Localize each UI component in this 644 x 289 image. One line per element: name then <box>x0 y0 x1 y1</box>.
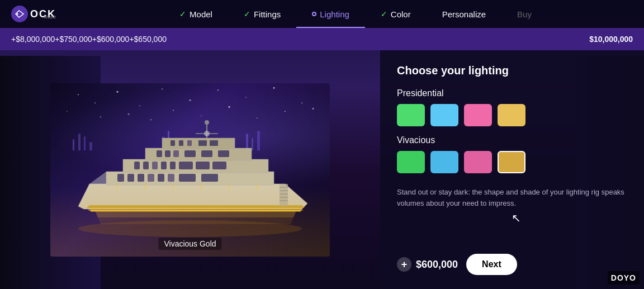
svg-point-0 <box>17 13 18 15</box>
svg-rect-38 <box>168 174 174 182</box>
svg-rect-60 <box>187 140 192 146</box>
price-item-0: +$8,000,000 <box>11 35 55 44</box>
price-item-2: +$600,000 <box>92 35 130 44</box>
nav-item-personalize[interactable]: Personalize <box>427 0 501 28</box>
svg-rect-45 <box>161 162 167 169</box>
svg-point-1 <box>78 94 79 95</box>
swatch-presidential-blue[interactable] <box>430 104 458 126</box>
category-vivacious: Vivacious <box>397 135 627 173</box>
logo-icon <box>11 6 28 22</box>
description-text: Stand out or stay dark: the shape and sh… <box>397 187 627 209</box>
svg-rect-58 <box>171 140 175 146</box>
svg-rect-39 <box>179 174 196 182</box>
check-icon-model: ✓ <box>179 10 186 18</box>
svg-point-16 <box>201 115 202 116</box>
category-presidential: Presidential <box>397 88 627 126</box>
svg-point-11 <box>67 111 68 112</box>
main-content: Vivacious Gold Choose your lighting Pres… <box>0 50 644 289</box>
svg-rect-55 <box>201 150 212 157</box>
add-price-value: $600,000 <box>416 259 458 271</box>
plus-icon: + <box>397 257 411 272</box>
svg-point-19 <box>285 111 286 112</box>
watermark: DOYO <box>608 271 640 285</box>
category-name-vivacious: Vivacious <box>397 135 627 145</box>
svg-point-10 <box>301 102 302 103</box>
panel-title: Choose your lighting <box>397 64 627 77</box>
svg-rect-51 <box>157 150 162 157</box>
svg-point-8 <box>245 97 247 98</box>
svg-rect-47 <box>179 162 193 169</box>
nav-label-personalize: Personalize <box>442 10 486 19</box>
svg-rect-54 <box>184 150 196 157</box>
yacht-label: Vivacious Gold <box>158 238 221 250</box>
svg-rect-59 <box>179 140 183 146</box>
presidential-swatches <box>397 104 627 126</box>
logo-subtext: lease <box>30 15 56 20</box>
price-bar: +$8,000,000 +$750,000 +$600,000 +$650,00… <box>0 28 644 50</box>
category-name-presidential: Presidential <box>397 88 627 98</box>
swatch-presidential-pink[interactable] <box>464 104 492 126</box>
nav-label-color: Color <box>391 10 411 19</box>
swatch-presidential-gold[interactable] <box>498 104 525 126</box>
svg-rect-37 <box>158 174 164 182</box>
svg-rect-61 <box>198 140 207 146</box>
nav-label-fittings: Fittings <box>254 10 281 19</box>
price-add-display: + $600,000 <box>397 257 458 272</box>
svg-point-9 <box>273 87 275 88</box>
svg-rect-33 <box>117 174 124 182</box>
check-icon-fittings: ✓ <box>244 10 250 18</box>
logo[interactable]: OCK lease <box>11 6 56 22</box>
nav-item-model[interactable]: ✓ Model <box>164 0 228 28</box>
svg-point-66 <box>204 131 210 136</box>
svg-point-2 <box>94 102 96 103</box>
price-item-1: +$750,000 <box>55 35 92 44</box>
svg-rect-42 <box>134 162 140 169</box>
svg-rect-35 <box>138 174 144 182</box>
svg-rect-62 <box>210 140 218 146</box>
svg-rect-34 <box>127 174 134 182</box>
svg-rect-52 <box>165 150 171 157</box>
nav-item-lighting[interactable]: Lighting <box>296 0 365 28</box>
svg-point-17 <box>229 106 230 107</box>
nav-item-fittings[interactable]: ✓ Fittings <box>228 0 296 28</box>
svg-point-15 <box>173 110 174 111</box>
svg-point-6 <box>190 99 191 101</box>
svg-rect-48 <box>196 162 210 169</box>
swatch-vivacious-blue[interactable] <box>430 151 458 173</box>
svg-rect-53 <box>173 150 179 157</box>
svg-point-20 <box>312 107 314 109</box>
svg-point-4 <box>139 105 140 106</box>
swatch-vivacious-gold[interactable] <box>498 151 525 173</box>
svg-point-5 <box>162 88 163 89</box>
nav-item-buy[interactable]: Buy <box>501 0 547 28</box>
yacht-panel: Vivacious Gold <box>0 50 380 289</box>
svg-rect-40 <box>201 174 218 182</box>
top-navigation: OCK lease ✓ Model ✓ Fittings Lighting ✓ … <box>0 0 644 28</box>
swatch-vivacious-pink[interactable] <box>464 151 492 173</box>
svg-rect-49 <box>212 162 226 169</box>
circle-icon-lighting <box>312 12 316 16</box>
watermark-text: DOYO <box>611 273 636 282</box>
svg-rect-46 <box>170 162 176 169</box>
price-total: $10,000,000 <box>589 35 633 44</box>
svg-point-64 <box>205 120 209 125</box>
price-item-3: +$650,000 <box>129 35 167 44</box>
svg-point-13 <box>128 113 130 115</box>
swatch-presidential-green[interactable] <box>397 104 425 126</box>
svg-rect-44 <box>152 162 158 169</box>
svg-rect-36 <box>148 174 154 182</box>
svg-point-3 <box>117 91 119 92</box>
vivacious-swatches <box>397 151 627 173</box>
check-icon-color: ✓ <box>381 10 387 18</box>
svg-rect-43 <box>143 162 149 169</box>
next-button[interactable]: Next <box>466 254 517 275</box>
swatch-vivacious-green[interactable] <box>397 151 425 173</box>
nav-item-color[interactable]: ✓ Color <box>365 0 427 28</box>
nav-label-lighting: Lighting <box>320 10 349 19</box>
nav-label-model: Model <box>190 10 212 19</box>
bottom-row: + $600,000 Next <box>397 254 627 275</box>
svg-rect-56 <box>218 150 229 157</box>
svg-point-7 <box>217 89 219 91</box>
options-panel: Choose your lighting Presidential Vivaci… <box>380 50 644 289</box>
nav-items: ✓ Model ✓ Fittings Lighting ✓ Color Pers… <box>78 0 633 28</box>
